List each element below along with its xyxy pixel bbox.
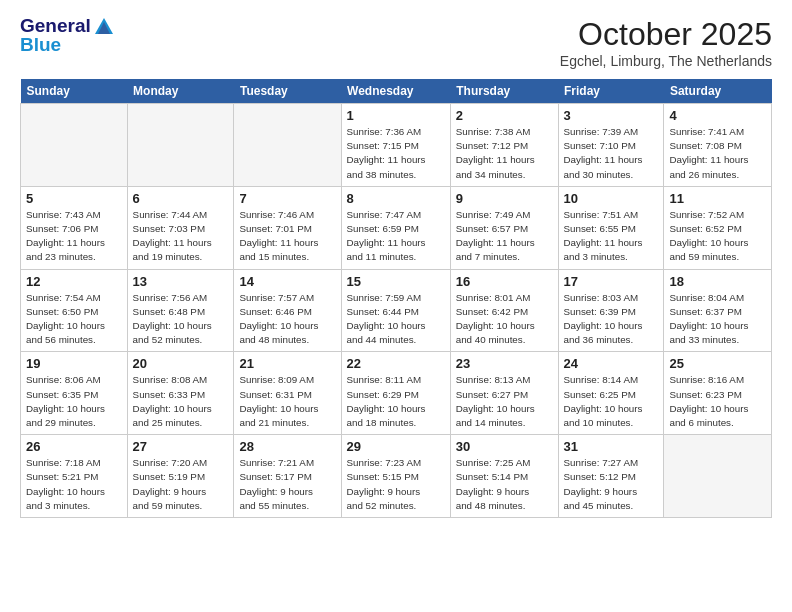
day-info: Sunrise: 8:16 AM Sunset: 6:23 PM Dayligh… (669, 373, 766, 430)
month-title: October 2025 (560, 16, 772, 53)
day-info: Sunrise: 7:43 AM Sunset: 7:06 PM Dayligh… (26, 208, 122, 265)
day-info: Sunrise: 7:57 AM Sunset: 6:46 PM Dayligh… (239, 291, 335, 348)
day-info: Sunrise: 8:14 AM Sunset: 6:25 PM Dayligh… (564, 373, 659, 430)
day-number: 30 (456, 439, 553, 454)
day-number: 1 (347, 108, 445, 123)
day-info: Sunrise: 7:49 AM Sunset: 6:57 PM Dayligh… (456, 208, 553, 265)
day-number: 19 (26, 356, 122, 371)
calendar-cell: 19Sunrise: 8:06 AM Sunset: 6:35 PM Dayli… (21, 352, 128, 435)
day-info: Sunrise: 7:52 AM Sunset: 6:52 PM Dayligh… (669, 208, 766, 265)
calendar-table: SundayMondayTuesdayWednesdayThursdayFrid… (20, 79, 772, 518)
day-info: Sunrise: 7:56 AM Sunset: 6:48 PM Dayligh… (133, 291, 229, 348)
weekday-header-wednesday: Wednesday (341, 79, 450, 104)
page-container: General Blue October 2025 Egchel, Limbur… (0, 0, 792, 530)
day-number: 24 (564, 356, 659, 371)
day-number: 25 (669, 356, 766, 371)
calendar-cell: 26Sunrise: 7:18 AM Sunset: 5:21 PM Dayli… (21, 435, 128, 518)
calendar-cell: 13Sunrise: 7:56 AM Sunset: 6:48 PM Dayli… (127, 269, 234, 352)
day-number: 26 (26, 439, 122, 454)
day-number: 11 (669, 191, 766, 206)
day-number: 15 (347, 274, 445, 289)
calendar-cell: 3Sunrise: 7:39 AM Sunset: 7:10 PM Daylig… (558, 104, 664, 187)
day-number: 6 (133, 191, 229, 206)
day-info: Sunrise: 7:18 AM Sunset: 5:21 PM Dayligh… (26, 456, 122, 513)
logo-icon (93, 16, 115, 38)
calendar-cell: 15Sunrise: 7:59 AM Sunset: 6:44 PM Dayli… (341, 269, 450, 352)
calendar-cell: 17Sunrise: 8:03 AM Sunset: 6:39 PM Dayli… (558, 269, 664, 352)
calendar-cell: 31Sunrise: 7:27 AM Sunset: 5:12 PM Dayli… (558, 435, 664, 518)
day-info: Sunrise: 7:36 AM Sunset: 7:15 PM Dayligh… (347, 125, 445, 182)
day-info: Sunrise: 8:09 AM Sunset: 6:31 PM Dayligh… (239, 373, 335, 430)
calendar-cell: 28Sunrise: 7:21 AM Sunset: 5:17 PM Dayli… (234, 435, 341, 518)
day-number: 29 (347, 439, 445, 454)
calendar-week-3: 12Sunrise: 7:54 AM Sunset: 6:50 PM Dayli… (21, 269, 772, 352)
day-number: 3 (564, 108, 659, 123)
day-number: 2 (456, 108, 553, 123)
day-info: Sunrise: 7:20 AM Sunset: 5:19 PM Dayligh… (133, 456, 229, 513)
calendar-cell (21, 104, 128, 187)
day-number: 22 (347, 356, 445, 371)
day-number: 12 (26, 274, 122, 289)
calendar-cell: 8Sunrise: 7:47 AM Sunset: 6:59 PM Daylig… (341, 186, 450, 269)
day-number: 28 (239, 439, 335, 454)
day-number: 31 (564, 439, 659, 454)
day-info: Sunrise: 7:46 AM Sunset: 7:01 PM Dayligh… (239, 208, 335, 265)
calendar-cell: 27Sunrise: 7:20 AM Sunset: 5:19 PM Dayli… (127, 435, 234, 518)
calendar-cell: 4Sunrise: 7:41 AM Sunset: 7:08 PM Daylig… (664, 104, 772, 187)
weekday-header-tuesday: Tuesday (234, 79, 341, 104)
calendar-body: 1Sunrise: 7:36 AM Sunset: 7:15 PM Daylig… (21, 104, 772, 518)
day-number: 27 (133, 439, 229, 454)
day-number: 16 (456, 274, 553, 289)
day-number: 20 (133, 356, 229, 371)
day-info: Sunrise: 8:03 AM Sunset: 6:39 PM Dayligh… (564, 291, 659, 348)
day-number: 7 (239, 191, 335, 206)
day-number: 5 (26, 191, 122, 206)
calendar-cell (664, 435, 772, 518)
calendar-week-4: 19Sunrise: 8:06 AM Sunset: 6:35 PM Dayli… (21, 352, 772, 435)
weekday-header-friday: Friday (558, 79, 664, 104)
day-info: Sunrise: 7:41 AM Sunset: 7:08 PM Dayligh… (669, 125, 766, 182)
calendar-cell: 2Sunrise: 7:38 AM Sunset: 7:12 PM Daylig… (450, 104, 558, 187)
day-info: Sunrise: 8:04 AM Sunset: 6:37 PM Dayligh… (669, 291, 766, 348)
day-info: Sunrise: 7:44 AM Sunset: 7:03 PM Dayligh… (133, 208, 229, 265)
calendar-cell: 21Sunrise: 8:09 AM Sunset: 6:31 PM Dayli… (234, 352, 341, 435)
calendar-week-5: 26Sunrise: 7:18 AM Sunset: 5:21 PM Dayli… (21, 435, 772, 518)
day-info: Sunrise: 7:27 AM Sunset: 5:12 PM Dayligh… (564, 456, 659, 513)
day-number: 18 (669, 274, 766, 289)
calendar-week-1: 1Sunrise: 7:36 AM Sunset: 7:15 PM Daylig… (21, 104, 772, 187)
day-number: 4 (669, 108, 766, 123)
day-info: Sunrise: 8:01 AM Sunset: 6:42 PM Dayligh… (456, 291, 553, 348)
header-row: SundayMondayTuesdayWednesdayThursdayFrid… (21, 79, 772, 104)
day-number: 23 (456, 356, 553, 371)
day-info: Sunrise: 8:06 AM Sunset: 6:35 PM Dayligh… (26, 373, 122, 430)
calendar-cell: 16Sunrise: 8:01 AM Sunset: 6:42 PM Dayli… (450, 269, 558, 352)
calendar-cell: 25Sunrise: 8:16 AM Sunset: 6:23 PM Dayli… (664, 352, 772, 435)
day-info: Sunrise: 7:59 AM Sunset: 6:44 PM Dayligh… (347, 291, 445, 348)
day-info: Sunrise: 7:25 AM Sunset: 5:14 PM Dayligh… (456, 456, 553, 513)
day-info: Sunrise: 7:23 AM Sunset: 5:15 PM Dayligh… (347, 456, 445, 513)
calendar-week-2: 5Sunrise: 7:43 AM Sunset: 7:06 PM Daylig… (21, 186, 772, 269)
location-subtitle: Egchel, Limburg, The Netherlands (560, 53, 772, 69)
day-number: 9 (456, 191, 553, 206)
day-info: Sunrise: 8:08 AM Sunset: 6:33 PM Dayligh… (133, 373, 229, 430)
calendar-cell (234, 104, 341, 187)
calendar-cell: 1Sunrise: 7:36 AM Sunset: 7:15 PM Daylig… (341, 104, 450, 187)
logo: General Blue (20, 16, 115, 56)
day-info: Sunrise: 7:54 AM Sunset: 6:50 PM Dayligh… (26, 291, 122, 348)
title-block: October 2025 Egchel, Limburg, The Nether… (560, 16, 772, 69)
day-info: Sunrise: 7:21 AM Sunset: 5:17 PM Dayligh… (239, 456, 335, 513)
weekday-header-thursday: Thursday (450, 79, 558, 104)
weekday-header-monday: Monday (127, 79, 234, 104)
day-number: 17 (564, 274, 659, 289)
calendar-cell: 22Sunrise: 8:11 AM Sunset: 6:29 PM Dayli… (341, 352, 450, 435)
calendar-cell: 12Sunrise: 7:54 AM Sunset: 6:50 PM Dayli… (21, 269, 128, 352)
header: General Blue October 2025 Egchel, Limbur… (20, 16, 772, 69)
calendar-cell: 20Sunrise: 8:08 AM Sunset: 6:33 PM Dayli… (127, 352, 234, 435)
day-number: 21 (239, 356, 335, 371)
calendar-cell: 29Sunrise: 7:23 AM Sunset: 5:15 PM Dayli… (341, 435, 450, 518)
day-info: Sunrise: 8:11 AM Sunset: 6:29 PM Dayligh… (347, 373, 445, 430)
calendar-cell: 23Sunrise: 8:13 AM Sunset: 6:27 PM Dayli… (450, 352, 558, 435)
calendar-cell: 30Sunrise: 7:25 AM Sunset: 5:14 PM Dayli… (450, 435, 558, 518)
day-number: 10 (564, 191, 659, 206)
calendar-cell (127, 104, 234, 187)
